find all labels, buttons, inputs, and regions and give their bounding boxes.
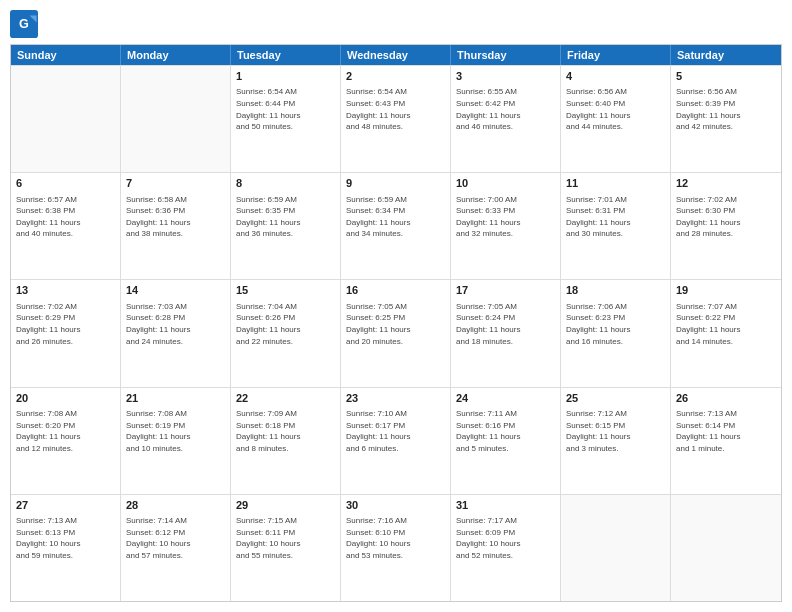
empty-cell xyxy=(11,66,121,172)
day-number: 24 xyxy=(456,391,555,406)
day-cell-19: 19Sunrise: 7:07 AM Sunset: 6:22 PM Dayli… xyxy=(671,280,781,386)
day-number: 4 xyxy=(566,69,665,84)
day-number: 31 xyxy=(456,498,555,513)
cell-info: Sunrise: 7:15 AM Sunset: 6:11 PM Dayligh… xyxy=(236,515,335,561)
empty-cell xyxy=(671,495,781,601)
cell-info: Sunrise: 7:13 AM Sunset: 6:14 PM Dayligh… xyxy=(676,408,776,454)
cell-info: Sunrise: 7:04 AM Sunset: 6:26 PM Dayligh… xyxy=(236,301,335,347)
cell-info: Sunrise: 7:02 AM Sunset: 6:30 PM Dayligh… xyxy=(676,194,776,240)
calendar-body: 1Sunrise: 6:54 AM Sunset: 6:44 PM Daylig… xyxy=(11,65,781,601)
day-cell-29: 29Sunrise: 7:15 AM Sunset: 6:11 PM Dayli… xyxy=(231,495,341,601)
day-number: 27 xyxy=(16,498,115,513)
weekday-header-saturday: Saturday xyxy=(671,45,781,65)
calendar-header: SundayMondayTuesdayWednesdayThursdayFrid… xyxy=(11,45,781,65)
day-number: 20 xyxy=(16,391,115,406)
cell-info: Sunrise: 7:17 AM Sunset: 6:09 PM Dayligh… xyxy=(456,515,555,561)
day-cell-30: 30Sunrise: 7:16 AM Sunset: 6:10 PM Dayli… xyxy=(341,495,451,601)
calendar-row-3: 20Sunrise: 7:08 AM Sunset: 6:20 PM Dayli… xyxy=(11,387,781,494)
cell-info: Sunrise: 7:05 AM Sunset: 6:25 PM Dayligh… xyxy=(346,301,445,347)
day-cell-24: 24Sunrise: 7:11 AM Sunset: 6:16 PM Dayli… xyxy=(451,388,561,494)
day-number: 21 xyxy=(126,391,225,406)
empty-cell xyxy=(561,495,671,601)
weekday-header-sunday: Sunday xyxy=(11,45,121,65)
day-cell-13: 13Sunrise: 7:02 AM Sunset: 6:29 PM Dayli… xyxy=(11,280,121,386)
day-cell-10: 10Sunrise: 7:00 AM Sunset: 6:33 PM Dayli… xyxy=(451,173,561,279)
cell-info: Sunrise: 7:16 AM Sunset: 6:10 PM Dayligh… xyxy=(346,515,445,561)
day-cell-4: 4Sunrise: 6:56 AM Sunset: 6:40 PM Daylig… xyxy=(561,66,671,172)
day-number: 19 xyxy=(676,283,776,298)
day-cell-14: 14Sunrise: 7:03 AM Sunset: 6:28 PM Dayli… xyxy=(121,280,231,386)
day-cell-17: 17Sunrise: 7:05 AM Sunset: 6:24 PM Dayli… xyxy=(451,280,561,386)
day-number: 7 xyxy=(126,176,225,191)
cell-info: Sunrise: 7:06 AM Sunset: 6:23 PM Dayligh… xyxy=(566,301,665,347)
day-number: 6 xyxy=(16,176,115,191)
logo-icon: G xyxy=(10,10,38,38)
day-cell-9: 9Sunrise: 6:59 AM Sunset: 6:34 PM Daylig… xyxy=(341,173,451,279)
day-number: 5 xyxy=(676,69,776,84)
cell-info: Sunrise: 7:00 AM Sunset: 6:33 PM Dayligh… xyxy=(456,194,555,240)
day-cell-7: 7Sunrise: 6:58 AM Sunset: 6:36 PM Daylig… xyxy=(121,173,231,279)
day-cell-23: 23Sunrise: 7:10 AM Sunset: 6:17 PM Dayli… xyxy=(341,388,451,494)
cell-info: Sunrise: 7:02 AM Sunset: 6:29 PM Dayligh… xyxy=(16,301,115,347)
day-cell-3: 3Sunrise: 6:55 AM Sunset: 6:42 PM Daylig… xyxy=(451,66,561,172)
cell-info: Sunrise: 7:14 AM Sunset: 6:12 PM Dayligh… xyxy=(126,515,225,561)
day-number: 13 xyxy=(16,283,115,298)
cell-info: Sunrise: 6:55 AM Sunset: 6:42 PM Dayligh… xyxy=(456,86,555,132)
day-number: 12 xyxy=(676,176,776,191)
day-number: 22 xyxy=(236,391,335,406)
calendar-row-0: 1Sunrise: 6:54 AM Sunset: 6:44 PM Daylig… xyxy=(11,65,781,172)
day-number: 15 xyxy=(236,283,335,298)
day-number: 10 xyxy=(456,176,555,191)
cell-info: Sunrise: 7:11 AM Sunset: 6:16 PM Dayligh… xyxy=(456,408,555,454)
day-cell-2: 2Sunrise: 6:54 AM Sunset: 6:43 PM Daylig… xyxy=(341,66,451,172)
cell-info: Sunrise: 6:59 AM Sunset: 6:35 PM Dayligh… xyxy=(236,194,335,240)
day-number: 1 xyxy=(236,69,335,84)
page-header: G xyxy=(10,10,782,38)
cell-info: Sunrise: 7:09 AM Sunset: 6:18 PM Dayligh… xyxy=(236,408,335,454)
cell-info: Sunrise: 7:12 AM Sunset: 6:15 PM Dayligh… xyxy=(566,408,665,454)
cell-info: Sunrise: 6:56 AM Sunset: 6:39 PM Dayligh… xyxy=(676,86,776,132)
weekday-header-thursday: Thursday xyxy=(451,45,561,65)
day-number: 2 xyxy=(346,69,445,84)
day-cell-26: 26Sunrise: 7:13 AM Sunset: 6:14 PM Dayli… xyxy=(671,388,781,494)
day-number: 11 xyxy=(566,176,665,191)
cell-info: Sunrise: 6:54 AM Sunset: 6:43 PM Dayligh… xyxy=(346,86,445,132)
day-cell-27: 27Sunrise: 7:13 AM Sunset: 6:13 PM Dayli… xyxy=(11,495,121,601)
cell-info: Sunrise: 6:58 AM Sunset: 6:36 PM Dayligh… xyxy=(126,194,225,240)
day-cell-1: 1Sunrise: 6:54 AM Sunset: 6:44 PM Daylig… xyxy=(231,66,341,172)
day-cell-16: 16Sunrise: 7:05 AM Sunset: 6:25 PM Dayli… xyxy=(341,280,451,386)
cell-info: Sunrise: 7:05 AM Sunset: 6:24 PM Dayligh… xyxy=(456,301,555,347)
cell-info: Sunrise: 6:54 AM Sunset: 6:44 PM Dayligh… xyxy=(236,86,335,132)
day-cell-28: 28Sunrise: 7:14 AM Sunset: 6:12 PM Dayli… xyxy=(121,495,231,601)
weekday-header-wednesday: Wednesday xyxy=(341,45,451,65)
empty-cell xyxy=(121,66,231,172)
weekday-header-tuesday: Tuesday xyxy=(231,45,341,65)
day-cell-20: 20Sunrise: 7:08 AM Sunset: 6:20 PM Dayli… xyxy=(11,388,121,494)
cell-info: Sunrise: 7:01 AM Sunset: 6:31 PM Dayligh… xyxy=(566,194,665,240)
day-number: 16 xyxy=(346,283,445,298)
day-number: 23 xyxy=(346,391,445,406)
day-cell-25: 25Sunrise: 7:12 AM Sunset: 6:15 PM Dayli… xyxy=(561,388,671,494)
cell-info: Sunrise: 7:07 AM Sunset: 6:22 PM Dayligh… xyxy=(676,301,776,347)
weekday-header-friday: Friday xyxy=(561,45,671,65)
cell-info: Sunrise: 6:56 AM Sunset: 6:40 PM Dayligh… xyxy=(566,86,665,132)
day-cell-15: 15Sunrise: 7:04 AM Sunset: 6:26 PM Dayli… xyxy=(231,280,341,386)
day-number: 14 xyxy=(126,283,225,298)
day-number: 8 xyxy=(236,176,335,191)
calendar-row-1: 6Sunrise: 6:57 AM Sunset: 6:38 PM Daylig… xyxy=(11,172,781,279)
day-cell-31: 31Sunrise: 7:17 AM Sunset: 6:09 PM Dayli… xyxy=(451,495,561,601)
day-number: 30 xyxy=(346,498,445,513)
day-number: 28 xyxy=(126,498,225,513)
cell-info: Sunrise: 7:03 AM Sunset: 6:28 PM Dayligh… xyxy=(126,301,225,347)
day-number: 9 xyxy=(346,176,445,191)
day-number: 25 xyxy=(566,391,665,406)
weekday-header-monday: Monday xyxy=(121,45,231,65)
cell-info: Sunrise: 7:08 AM Sunset: 6:20 PM Dayligh… xyxy=(16,408,115,454)
day-cell-18: 18Sunrise: 7:06 AM Sunset: 6:23 PM Dayli… xyxy=(561,280,671,386)
calendar: SundayMondayTuesdayWednesdayThursdayFrid… xyxy=(10,44,782,602)
day-cell-22: 22Sunrise: 7:09 AM Sunset: 6:18 PM Dayli… xyxy=(231,388,341,494)
day-number: 26 xyxy=(676,391,776,406)
cell-info: Sunrise: 6:57 AM Sunset: 6:38 PM Dayligh… xyxy=(16,194,115,240)
cell-info: Sunrise: 7:08 AM Sunset: 6:19 PM Dayligh… xyxy=(126,408,225,454)
day-cell-11: 11Sunrise: 7:01 AM Sunset: 6:31 PM Dayli… xyxy=(561,173,671,279)
